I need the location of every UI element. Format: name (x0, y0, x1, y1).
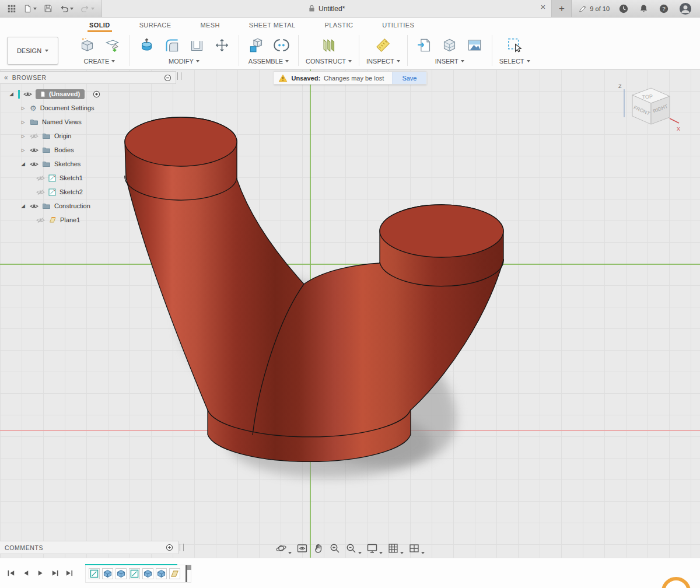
skip-start-button[interactable] (7, 569, 16, 577)
notifications-bell-icon[interactable] (638, 2, 650, 16)
move-copy-icon[interactable] (212, 35, 232, 55)
visibility-eye-icon[interactable] (30, 203, 38, 209)
viewports-tool[interactable] (408, 542, 425, 554)
right-branch-top-face[interactable] (380, 205, 503, 257)
browser-item-sketch2[interactable]: Sketch2 (0, 185, 176, 199)
construction-plane-icon[interactable] (319, 35, 339, 55)
pan-tool[interactable] (313, 542, 324, 554)
measure-icon[interactable] (373, 35, 393, 55)
new-component-icon[interactable] (246, 35, 266, 55)
job-status-clock-icon[interactable] (617, 2, 630, 16)
tab-mesh[interactable]: MESH (198, 20, 221, 32)
expander-icon[interactable]: ▷ (20, 134, 26, 139)
tab-solid[interactable]: SOLID (88, 20, 112, 32)
design-workspace-menu[interactable]: DESIGN (7, 37, 58, 65)
play-button[interactable] (36, 569, 45, 577)
visibility-eye-icon[interactable] (30, 147, 38, 153)
file-menu-button[interactable] (22, 2, 38, 16)
shell-icon[interactable] (187, 35, 206, 55)
visibility-eye-off-icon[interactable] (36, 175, 45, 181)
expander-icon[interactable]: ◢ (20, 161, 26, 167)
root-document-pill[interactable]: (Unsaved) (36, 89, 85, 99)
timeline-feature-sketch[interactable] (129, 568, 140, 579)
redo-button[interactable] (79, 2, 96, 16)
save-button[interactable]: Save (392, 72, 426, 84)
timeline-feature-extrude[interactable] (116, 568, 127, 579)
insert-label[interactable]: INSERT (435, 58, 464, 65)
browser-item-root[interactable]: ◢ (Unsaved) (0, 87, 176, 101)
tab-sheet-metal[interactable]: SHEET METAL (247, 20, 298, 32)
timeline-feature-extrude[interactable] (156, 568, 167, 579)
active-component-radio[interactable] (93, 90, 100, 98)
timeline-track[interactable] (85, 565, 191, 583)
comments-panel[interactable]: COMMENTS (0, 541, 178, 554)
orbit-tool[interactable] (275, 542, 292, 554)
timeline-feature-extrude[interactable] (142, 568, 153, 579)
browser-item-bodies[interactable]: ▷ Bodies (0, 143, 176, 157)
playhead-handle[interactable] (187, 565, 191, 570)
new-tab-button[interactable]: + (552, 0, 572, 17)
browser-item-plane1[interactable]: Plane1 (0, 213, 176, 227)
insert-mesh-icon[interactable] (440, 35, 460, 55)
expander-icon[interactable]: ▷ (20, 106, 26, 111)
create-sketch-icon[interactable] (102, 35, 122, 55)
step-forward-button[interactable] (51, 569, 60, 577)
browser-item-sketch1[interactable]: Sketch1 (0, 171, 176, 185)
select-label[interactable]: SELECT (499, 58, 530, 65)
viewport-3d[interactable]: Z TOP FRONT RIGHT X Unsaved: Changes may… (0, 69, 700, 558)
save-icon-button[interactable] (43, 2, 54, 16)
app-grid-icon[interactable] (6, 2, 18, 16)
document-tab[interactable]: Untitled* × (102, 0, 552, 17)
add-comment-icon[interactable] (166, 544, 173, 551)
grid-settings-tool[interactable] (387, 542, 404, 554)
create-label[interactable]: CREATE (84, 58, 116, 65)
skip-end-button[interactable] (65, 569, 74, 577)
expander-icon[interactable]: ▷ (20, 148, 26, 153)
step-back-button[interactable] (22, 569, 30, 577)
visibility-eye-icon[interactable] (23, 91, 32, 97)
expander-icon[interactable]: ▷ (20, 120, 26, 125)
timeline-playhead[interactable] (186, 565, 187, 582)
browser-item-named-views[interactable]: ▷ Named Views (0, 115, 176, 129)
user-avatar[interactable] (678, 2, 693, 16)
tab-close-icon[interactable]: × (541, 2, 546, 11)
browser-item-document-settings[interactable]: ▷ ⚙ Document Settings (0, 101, 176, 115)
help-icon[interactable]: ? (657, 2, 670, 16)
collapse-panel-icon[interactable]: « (4, 74, 8, 81)
browser-item-construction[interactable]: ◢ Construction (0, 199, 176, 213)
timeline-feature-plane[interactable] (169, 568, 180, 579)
canvas-icon[interactable] (465, 35, 485, 55)
fit-tool[interactable] (345, 542, 362, 554)
visibility-eye-icon[interactable] (30, 161, 38, 167)
viewcube[interactable]: Z TOP FRONT RIGHT X (612, 81, 685, 142)
expander-icon[interactable]: ◢ (20, 203, 26, 209)
inspect-label[interactable]: INSPECT (366, 58, 400, 65)
zoom-tool[interactable] (329, 542, 341, 554)
new-solid-icon[interactable] (77, 35, 97, 55)
joint-icon[interactable] (271, 35, 291, 55)
press-pull-icon[interactable] (136, 35, 156, 55)
construct-label[interactable]: CONSTRUCT (306, 58, 352, 65)
timeline-feature-extrude[interactable] (102, 568, 113, 579)
visibility-eye-off-icon[interactable] (36, 189, 45, 195)
display-settings-tool[interactable] (366, 542, 383, 554)
visibility-eye-off-icon[interactable] (30, 133, 38, 139)
look-at-tool[interactable] (296, 542, 308, 554)
session-counter[interactable]: 9 of 10 (579, 5, 610, 13)
tab-utilities[interactable]: UTILITIES (380, 20, 416, 32)
timeline-feature-sketch[interactable] (89, 568, 100, 579)
tab-surface[interactable]: SURFACE (138, 20, 173, 32)
expander-icon[interactable]: ◢ (8, 91, 15, 97)
visibility-eye-off-icon[interactable] (36, 217, 45, 223)
undo-button[interactable] (58, 2, 75, 16)
select-cursor-icon[interactable] (505, 35, 524, 55)
browser-item-sketches[interactable]: ◢ Sketches (0, 157, 176, 171)
assemble-label[interactable]: ASSEMBLE (249, 58, 289, 65)
panel-dock-icon[interactable] (164, 74, 172, 82)
assistant-badge[interactable] (662, 577, 691, 588)
insert-derive-icon[interactable] (415, 35, 435, 55)
browser-item-origin[interactable]: ▷ Origin (0, 129, 176, 143)
comments-panel-handle[interactable] (180, 544, 184, 551)
fillet-icon[interactable] (162, 35, 181, 55)
browser-panel-handle[interactable] (177, 72, 181, 80)
